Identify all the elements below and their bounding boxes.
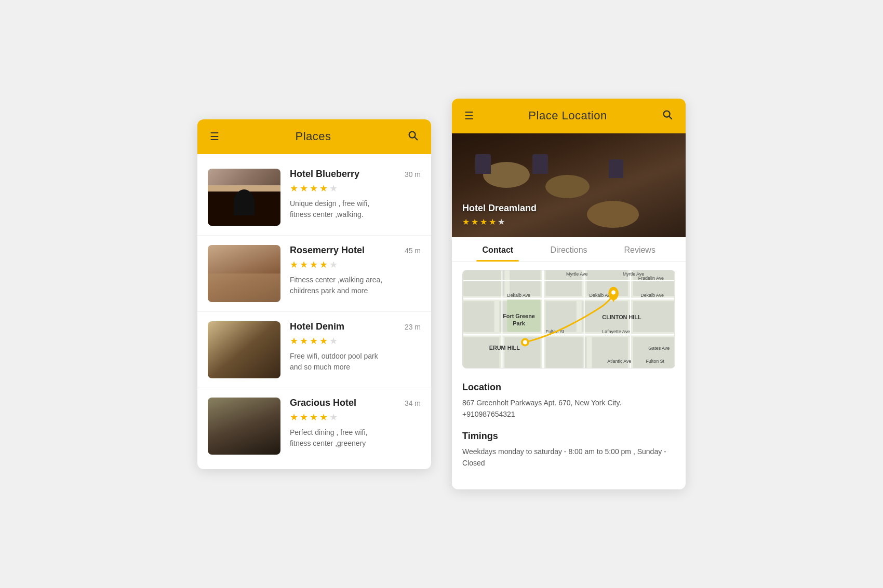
svg-text:Fort Greene: Fort Greene	[503, 313, 535, 319]
banner-star-icon: ★	[480, 217, 487, 227]
hotel-distance: 30 m	[405, 170, 421, 179]
svg-text:Dekalb Ave: Dekalb Ave	[507, 293, 530, 298]
svg-text:Fradelin Ave: Fradelin Ave	[638, 276, 664, 281]
hotel-info: Rosemerry Hotel 45 m ★★★★★ Fitness cente…	[290, 245, 421, 296]
hotel-rating: ★★★★★	[290, 183, 421, 194]
star-icon: ★	[290, 183, 298, 194]
hotel-banner: Hotel Dreamland ★★★★★	[452, 133, 686, 237]
svg-rect-12	[545, 301, 576, 332]
hotel-dreamland-name: Hotel Dreamland	[462, 203, 537, 214]
svg-text:Atlantic Ave: Atlantic Ave	[607, 359, 631, 364]
star-icon: ★	[300, 183, 308, 194]
hotel-thumbnail	[208, 245, 280, 302]
menu-icon-right[interactable]: ☰	[464, 110, 474, 122]
tab-directions[interactable]: Directions	[533, 237, 605, 261]
location-address: 867 Greenholt Parkways Apt. 670, New Yor…	[462, 397, 675, 420]
hotel-rating: ★★★★★	[290, 335, 421, 347]
hotel-distance: 45 m	[405, 247, 421, 255]
search-icon[interactable]	[407, 130, 419, 144]
location-section: Location 867 Greenholt Parkways Apt. 670…	[462, 382, 675, 420]
menu-icon[interactable]: ☰	[210, 130, 219, 143]
hotel-info-overlay: Hotel Dreamland ★★★★★	[462, 203, 537, 227]
hotel-info: Hotel Blueberry 30 m ★★★★★ Unique design…	[290, 169, 421, 220]
svg-text:Dekalb Ave: Dekalb Ave	[640, 293, 664, 298]
hotel-list-item[interactable]: Gracious Hotel 34 m ★★★★★ Perfect dining…	[197, 388, 431, 464]
star-icon: ★	[329, 259, 338, 270]
banner-star-icon: ★	[471, 217, 478, 227]
svg-text:Fulton St: Fulton St	[646, 359, 664, 364]
search-icon-right[interactable]	[662, 109, 673, 123]
map-container[interactable]: Livingston St Myrtle Ave Myrtle Ave Deka…	[462, 270, 675, 368]
location-header: ☰ Place Location	[452, 99, 686, 133]
tab-contact[interactable]: Contact	[462, 237, 533, 261]
svg-rect-10	[463, 301, 494, 332]
hotel-rating: ★★★★★	[290, 259, 421, 270]
star-icon: ★	[319, 412, 328, 423]
hotel-list-item[interactable]: Hotel Denim 23 m ★★★★★ Free wifi, outdoo…	[197, 312, 431, 388]
star-icon: ★	[319, 335, 328, 347]
location-panel: ☰ Place Location Hotel Dreamland ★★★★★ C…	[452, 99, 686, 490]
tab-reviews[interactable]: Reviews	[604, 237, 675, 261]
svg-rect-8	[587, 270, 628, 296]
hotel-thumbnail	[208, 321, 280, 378]
map-svg: Livingston St Myrtle Ave Myrtle Ave Deka…	[463, 270, 675, 368]
star-icon: ★	[319, 259, 328, 270]
star-icon: ★	[310, 335, 318, 347]
hotel-name: Rosemerry Hotel	[290, 245, 365, 256]
hotel-description: Free wifi, outdoor pool parkand so much …	[290, 351, 421, 373]
places-panel: ☰ Places Hotel Blueberry 30 m ★★★★★ Uniq…	[197, 119, 431, 469]
svg-text:Lafayette Ave: Lafayette Ave	[602, 329, 630, 334]
hotel-info: Hotel Denim 23 m ★★★★★ Free wifi, outdoo…	[290, 321, 421, 373]
hotel-info: Gracious Hotel 34 m ★★★★★ Perfect dining…	[290, 398, 421, 449]
timings-title-label: Timings	[462, 431, 675, 442]
star-icon: ★	[329, 335, 338, 347]
hotel-name: Hotel Blueberry	[290, 169, 359, 180]
timings-text: Weekdays monday to saturday - 8:00 am to…	[462, 446, 675, 469]
svg-rect-17	[545, 337, 586, 367]
places-header: ☰ Places	[197, 119, 431, 154]
hotel-name: Gracious Hotel	[290, 398, 356, 408]
svg-point-44	[523, 340, 527, 344]
hotel-description: Fitness center ,walking area,childrens p…	[290, 275, 421, 296]
banner-star-icon: ★	[498, 217, 505, 227]
timings-section: Timings Weekdays monday to saturday - 8:…	[462, 431, 675, 469]
star-icon: ★	[329, 412, 338, 423]
hotel-list: Hotel Blueberry 30 m ★★★★★ Unique design…	[197, 154, 431, 469]
tabs-row: ContactDirectionsReviews	[452, 237, 686, 262]
star-icon: ★	[310, 412, 318, 423]
svg-line-1	[414, 137, 417, 140]
places-title: Places	[295, 130, 331, 143]
svg-line-3	[669, 116, 672, 119]
svg-rect-6	[510, 270, 540, 296]
location-title: Place Location	[528, 109, 607, 122]
svg-text:ERUM HILL: ERUM HILL	[489, 345, 520, 351]
star-icon: ★	[319, 183, 328, 194]
hotel-rating: ★★★★★	[290, 412, 421, 423]
star-icon: ★	[310, 183, 318, 194]
svg-point-47	[611, 290, 616, 294]
hotel-description: Perfect dining , free wifi,fitness cente…	[290, 427, 421, 449]
star-icon: ★	[290, 259, 298, 270]
hotel-distance: 23 m	[405, 323, 421, 331]
star-icon: ★	[290, 412, 298, 423]
star-icon: ★	[329, 183, 338, 194]
svg-text:Park: Park	[513, 320, 526, 326]
star-icon: ★	[310, 259, 318, 270]
hotel-distance: 34 m	[405, 399, 421, 407]
hotel-stars: ★★★★★	[462, 217, 537, 227]
svg-text:CLINTON HILL: CLINTON HILL	[602, 314, 641, 320]
hotel-thumbnail	[208, 169, 280, 226]
banner-star-icon: ★	[489, 217, 496, 227]
star-icon: ★	[300, 412, 308, 423]
star-icon: ★	[290, 335, 298, 347]
star-icon: ★	[300, 335, 308, 347]
hotel-list-item[interactable]: Hotel Blueberry 30 m ★★★★★ Unique design…	[197, 159, 431, 236]
banner-star-icon: ★	[462, 217, 470, 227]
svg-rect-15	[463, 337, 499, 367]
svg-text:Gates Ave: Gates Ave	[648, 346, 670, 351]
location-info: Location 867 Greenholt Parkways Apt. 670…	[452, 377, 686, 490]
hotel-list-item[interactable]: Rosemerry Hotel 45 m ★★★★★ Fitness cente…	[197, 236, 431, 312]
svg-rect-5	[463, 270, 504, 296]
hotel-thumbnail	[208, 398, 280, 455]
svg-text:Myrtle Ave: Myrtle Ave	[566, 271, 587, 277]
